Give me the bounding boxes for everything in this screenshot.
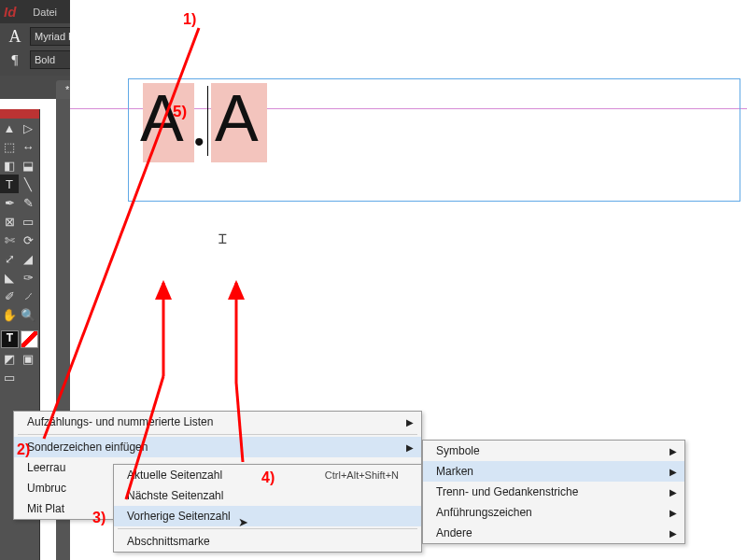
menu-item-markers[interactable]: Marken▶: [423, 461, 684, 482]
menu-item-symbols[interactable]: Symbole▶: [423, 441, 684, 461]
gradient2-tool-icon[interactable]: ◣: [0, 268, 19, 287]
page-tool-icon[interactable]: ⬚: [0, 137, 19, 156]
char-mode-icon[interactable]: A: [6, 27, 24, 47]
transform-tool-icon[interactable]: ⟳: [19, 231, 37, 249]
stroke-swatch[interactable]: [21, 330, 38, 348]
glyph-a2: A: [215, 86, 259, 151]
app-logo: Id: [4, 4, 16, 20]
pencil-tool-icon[interactable]: ✎: [19, 193, 37, 212]
menu-datei[interactable]: Datei: [25, 3, 64, 21]
apply-color-icon[interactable]: ▣: [19, 349, 37, 368]
line-tool-icon[interactable]: ╲: [19, 175, 37, 193]
scissors-tool-icon[interactable]: ✄: [0, 231, 19, 249]
pen-tool-icon[interactable]: ✒: [0, 193, 19, 212]
annotation-1: 1): [183, 11, 196, 28]
menu-separator: [18, 434, 417, 435]
measure-tool-icon[interactable]: ⟋: [19, 287, 37, 305]
default-colors-icon[interactable]: ◩: [0, 349, 19, 368]
bullet-glyph: •: [194, 126, 204, 158]
menu-item-previous-page-number[interactable]: Vorherige Seitenzahl: [114, 506, 421, 526]
tool-panel-grip[interactable]: [0, 109, 39, 119]
menu-item-section-marker[interactable]: Abschnittsmarke: [114, 531, 421, 552]
arrow-cursor-icon: ➤: [238, 515, 248, 529]
ibeam-cursor-icon: Ꮖ: [218, 231, 227, 247]
content-tool2-icon[interactable]: ⬓: [19, 156, 37, 175]
frame-tool-icon[interactable]: ⊠: [0, 212, 19, 231]
zoom-tool-icon[interactable]: 🔍: [19, 305, 37, 324]
annotation-4: 4): [261, 469, 275, 486]
menu-item-quotes[interactable]: Anführungszeichen▶: [423, 502, 684, 523]
direct-selection-tool-icon[interactable]: ▷: [19, 119, 37, 137]
gradient-tool-icon[interactable]: ◢: [19, 249, 37, 268]
rectangle-tool-icon[interactable]: ▭: [19, 212, 37, 231]
selection-tool-icon[interactable]: ▲: [0, 119, 19, 137]
menu-item-hyphens[interactable]: Trenn- und Gedankenstriche▶: [423, 482, 684, 502]
note-tool-icon[interactable]: ✑: [19, 268, 37, 287]
annotation-3: 3): [92, 510, 106, 526]
eyedropper-tool-icon[interactable]: ✐: [0, 287, 19, 305]
annotation-5: 5): [173, 103, 187, 121]
menu-separator: [118, 528, 417, 529]
fill-swatch[interactable]: T: [1, 330, 19, 348]
menu-item-bulleted-lists[interactable]: Aufzählungs- und nummerierte Listen▶: [14, 412, 421, 432]
text-caret: [207, 86, 208, 156]
menu-popup-level3: Symbole▶ Marken▶ Trenn- und Gedankenstri…: [422, 440, 685, 544]
screen-mode-tool-icon[interactable]: ▭: [0, 368, 19, 386]
menu-item-insert-special[interactable]: Sonderzeichen einfügen▶: [14, 437, 421, 457]
para-mode-icon[interactable]: ¶: [6, 52, 24, 68]
hand-tool-icon[interactable]: ✋: [0, 305, 19, 324]
menu-item-other[interactable]: Andere▶: [423, 523, 684, 543]
gap-tool-icon[interactable]: ↔: [19, 137, 37, 156]
type-tool-icon[interactable]: T: [0, 175, 19, 193]
transform2-tool-icon[interactable]: ⤢: [0, 249, 19, 268]
content-tool-icon[interactable]: ◧: [0, 156, 19, 175]
annotation-2: 2): [17, 441, 30, 458]
menu-item-next-page-number[interactable]: Nächste Seitenzahl: [114, 485, 421, 506]
